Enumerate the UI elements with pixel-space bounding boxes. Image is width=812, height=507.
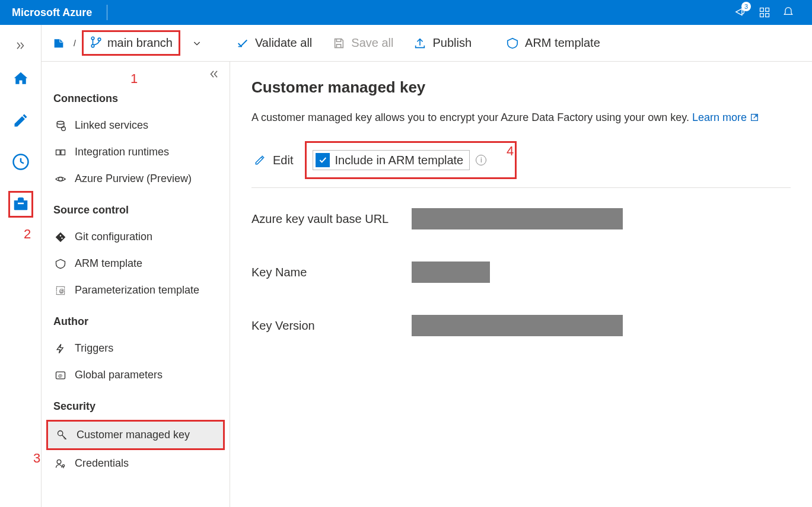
breadcrumb-sep: / — [74, 39, 76, 48]
learn-more-link[interactable]: Learn more — [692, 111, 759, 123]
expand-rail-icon[interactable] — [12, 37, 30, 55]
collapse-panel-icon[interactable] — [208, 69, 220, 81]
row-key-version: Key Version — [251, 315, 791, 336]
svg-rect-1 — [766, 8, 769, 12]
save-label: Save all — [351, 36, 393, 50]
svg-text:@: @ — [59, 288, 64, 294]
monitor-icon[interactable] — [11, 152, 31, 172]
include-arm-checkbox[interactable]: Include in ARM template — [313, 150, 470, 170]
nav-global-parameters[interactable]: @ Global parameters — [46, 362, 225, 388]
svg-point-6 — [91, 37, 94, 40]
svg-point-9 — [57, 121, 64, 124]
edit-label: Edit — [273, 154, 293, 167]
nav-customer-managed-key[interactable]: Customer managed key — [46, 420, 225, 450]
publish-label: Publish — [432, 36, 472, 50]
svg-point-7 — [91, 44, 94, 47]
nav-parameterization[interactable]: @ Parameterization template — [46, 277, 225, 304]
svg-point-15 — [61, 237, 63, 239]
svg-rect-3 — [766, 14, 769, 17]
dashboard-icon[interactable] — [753, 0, 776, 25]
arm-template-button[interactable]: ARM template — [498, 36, 609, 50]
svg-point-13 — [59, 177, 63, 181]
linked-services-icon — [55, 120, 66, 132]
announcement-icon[interactable]: 3 — [729, 0, 753, 25]
top-header: Microsoft Azure 3 — [0, 0, 812, 25]
toolbar: / main branch Validate all Save all — [42, 25, 812, 62]
branch-dropdown[interactable] — [184, 39, 210, 48]
publish-button[interactable]: Publish — [405, 36, 480, 50]
checkbox-icon — [316, 153, 330, 167]
brand-label: Microsoft Azure — [12, 7, 104, 19]
arm-label: ARM template — [525, 36, 600, 50]
label-name: Key Name — [251, 266, 412, 279]
annotation-3: 3 — [33, 451, 40, 466]
branch-label[interactable]: main branch — [107, 36, 173, 50]
purview-icon — [55, 173, 66, 185]
svg-text:@: @ — [58, 373, 63, 378]
svg-rect-2 — [760, 14, 764, 17]
nav-linked-services[interactable]: Linked services — [46, 112, 225, 139]
save-all-button: Save all — [324, 36, 402, 50]
svg-point-14 — [60, 235, 62, 237]
header-divider — [107, 5, 107, 20]
section-source-control: Source control — [46, 192, 225, 224]
label-version: Key Version — [251, 319, 412, 333]
include-label: Include in ARM template — [335, 154, 463, 167]
parameterization-icon: @ — [55, 285, 66, 296]
info-icon[interactable]: i — [476, 155, 486, 165]
value-name — [412, 262, 490, 283]
nav-integration-runtimes[interactable]: Integration runtimes — [46, 139, 225, 165]
value-version — [412, 315, 623, 336]
row-key-vault-url: Azure key vault base URL — [251, 208, 791, 229]
value-url — [412, 208, 623, 229]
svg-rect-11 — [56, 149, 60, 154]
global-params-icon: @ — [55, 369, 66, 381]
triggers-icon — [55, 343, 66, 355]
svg-point-21 — [57, 460, 61, 464]
edit-button[interactable]: Edit — [251, 154, 295, 167]
branch-selector-highlight: main branch — [82, 30, 180, 56]
section-author: Author — [46, 304, 225, 335]
data-factory-icon[interactable] — [52, 37, 66, 50]
pencil-icon[interactable] — [11, 110, 31, 130]
nav-credentials[interactable]: Credentials — [46, 450, 225, 477]
annotation-4: 4 — [507, 144, 514, 159]
toolbox-icon[interactable] — [12, 194, 30, 214]
validate-all-button[interactable]: Validate all — [228, 36, 320, 50]
branch-icon — [90, 36, 103, 50]
include-arm-highlight: Include in ARM template i — [305, 141, 517, 179]
left-rail — [0, 25, 42, 507]
nav-azure-purview[interactable]: Azure Purview (Preview) — [46, 165, 225, 192]
page-title: Customer managed key — [251, 78, 791, 97]
row-key-name: Key Name — [251, 262, 791, 283]
nav-git-config[interactable]: Git configuration — [46, 224, 225, 250]
integration-runtimes-icon — [55, 146, 66, 158]
bell-icon[interactable] — [776, 0, 800, 25]
nav-triggers[interactable]: Triggers — [46, 335, 225, 362]
manage-icon-highlight — [8, 191, 33, 218]
svg-point-22 — [62, 464, 64, 466]
notification-badge: 3 — [741, 2, 751, 11]
arm-template-icon — [55, 258, 66, 270]
validate-label: Validate all — [255, 36, 312, 50]
git-icon — [55, 231, 66, 243]
page-description: A customer managed key allows you to enc… — [251, 110, 791, 126]
main-content: Customer managed key A customer managed … — [230, 62, 812, 507]
svg-rect-5 — [18, 203, 24, 205]
nav-arm-template[interactable]: ARM template — [46, 250, 225, 277]
credentials-icon — [55, 458, 66, 470]
svg-rect-12 — [61, 149, 65, 154]
separator — [251, 187, 791, 188]
annotation-2: 2 — [24, 227, 31, 242]
label-url: Azure key vault base URL — [251, 212, 412, 226]
svg-point-8 — [98, 38, 101, 41]
section-security: Security — [46, 388, 225, 420]
home-icon[interactable] — [11, 69, 31, 89]
key-icon — [56, 429, 68, 441]
side-panel: Connections Linked services Integration … — [42, 62, 230, 507]
svg-rect-0 — [760, 8, 764, 12]
annotation-1: 1 — [130, 71, 138, 87]
